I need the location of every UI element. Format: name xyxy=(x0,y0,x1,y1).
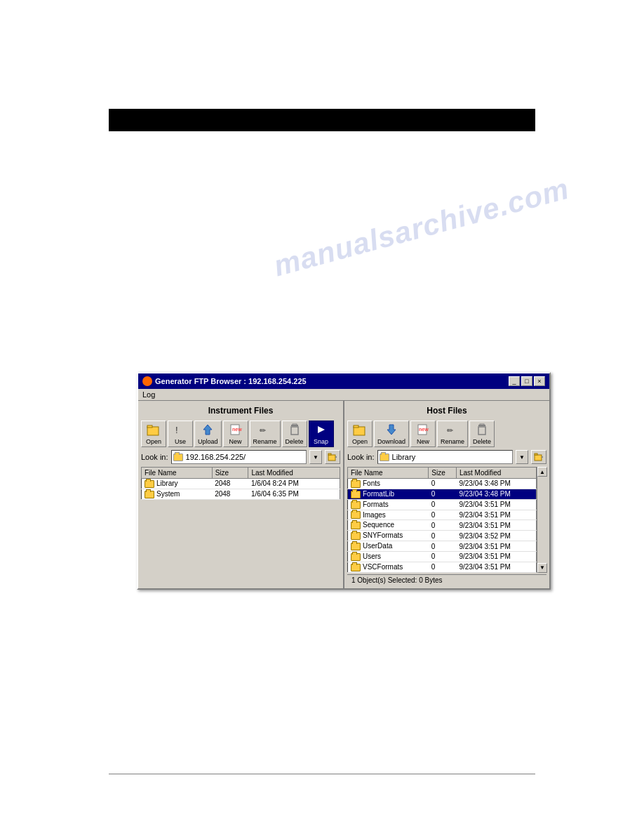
instrument-rename-button[interactable]: ✏ Rename xyxy=(250,421,281,447)
instrument-look-in-select[interactable]: 192.168.254.225/ xyxy=(171,450,307,464)
svg-rect-1 xyxy=(147,425,152,428)
svg-rect-11 xyxy=(328,455,335,461)
maximize-button[interactable]: □ xyxy=(521,376,532,386)
file-name-cell: Users xyxy=(348,552,429,562)
top-bar xyxy=(109,109,535,131)
instrument-open-button[interactable]: Open xyxy=(141,421,166,447)
folder-row-icon xyxy=(351,532,361,540)
table-row[interactable]: Formats09/23/04 3:51 PM xyxy=(348,499,537,510)
instrument-browse-button[interactable] xyxy=(325,450,340,464)
host-col-modified[interactable]: Last Modified xyxy=(456,468,536,479)
folder-row-icon xyxy=(351,553,361,561)
host-open-button[interactable]: Open xyxy=(347,421,373,447)
host-download-button[interactable]: Download xyxy=(374,421,409,447)
host-delete-button[interactable]: Delete xyxy=(469,421,495,447)
svg-marker-10 xyxy=(318,426,325,433)
svg-text:✏: ✏ xyxy=(447,426,454,435)
svg-rect-24 xyxy=(535,454,537,455)
instrument-pane: Instrument Files Open ! xyxy=(138,401,344,588)
table-row[interactable]: Fonts09/23/04 3:48 PM xyxy=(348,479,537,489)
file-size-cell: 0 xyxy=(429,531,457,541)
host-dropdown-button[interactable]: ▼ xyxy=(516,450,528,464)
svg-marker-3 xyxy=(203,425,212,435)
folder-icon xyxy=(173,454,183,461)
file-modified-cell: 1/6/04 6:35 PM xyxy=(248,489,340,499)
file-name-cell: Formats xyxy=(348,499,429,510)
svg-rect-7 xyxy=(291,427,298,435)
main-content: Instrument Files Open ! xyxy=(138,401,549,588)
file-modified-cell: 9/23/04 3:51 PM xyxy=(456,562,536,572)
host-rename-button[interactable]: ✏ Rename xyxy=(437,421,468,447)
scroll-down-button[interactable]: ▼ xyxy=(537,563,547,573)
app-icon xyxy=(142,376,152,386)
folder-row-icon xyxy=(145,491,154,498)
instrument-look-in-value: 192.168.254.225/ xyxy=(186,453,246,461)
menu-bar: Log xyxy=(138,389,549,401)
file-name-cell: VSCFormats xyxy=(348,562,429,572)
svg-rect-20 xyxy=(478,427,485,435)
file-size-cell: 0 xyxy=(429,552,457,562)
instrument-snap-button[interactable]: Snap xyxy=(309,421,334,447)
file-size-cell: 0 xyxy=(429,479,457,489)
upload-icon xyxy=(201,423,215,437)
host-look-in-select[interactable]: Library xyxy=(377,450,513,464)
watermark: manualsarchive.com xyxy=(271,172,573,284)
instrument-look-in-label: Look in: xyxy=(141,453,168,461)
table-row[interactable]: VSCFormats09/23/04 3:51 PM xyxy=(348,562,537,572)
file-size-cell: 0 xyxy=(429,499,457,510)
table-row[interactable]: UserData09/23/04 3:51 PM xyxy=(348,541,537,552)
svg-text:new: new xyxy=(419,427,429,432)
instrument-col-modified[interactable]: Last Modified xyxy=(248,468,340,479)
table-row[interactable]: Sequence09/23/04 3:51 PM xyxy=(348,520,537,531)
instrument-look-in-bar: Look in: 192.168.254.225/ ▼ xyxy=(141,450,340,464)
table-row[interactable]: SNYFormats09/23/04 3:52 PM xyxy=(348,531,537,541)
instrument-new-button[interactable]: new New xyxy=(223,421,248,447)
file-name-cell: FormatLib xyxy=(348,489,429,499)
host-folder-icon xyxy=(380,454,389,461)
host-status-text: 1 Object(s) Selected: 0 Bytes xyxy=(351,576,443,584)
host-delete-icon xyxy=(475,423,489,437)
host-new-button[interactable]: new New xyxy=(410,421,436,447)
file-name-cell: UserData xyxy=(348,541,429,552)
file-name-cell: Library xyxy=(142,479,213,489)
instrument-col-name[interactable]: File Name xyxy=(142,468,213,479)
instrument-col-size[interactable]: Size xyxy=(212,468,248,479)
folder-row-icon xyxy=(351,564,361,571)
table-row[interactable]: System20481/6/04 6:35 PM xyxy=(142,489,340,499)
folder-row-icon xyxy=(351,522,361,529)
table-row[interactable]: Users09/23/04 3:51 PM xyxy=(348,552,537,562)
instrument-use-button[interactable]: ! Use xyxy=(168,421,193,447)
file-size-cell: 2048 xyxy=(212,489,248,499)
host-col-name[interactable]: File Name xyxy=(348,468,429,479)
table-row[interactable]: FormatLib09/23/04 3:48 PM xyxy=(348,489,537,499)
file-modified-cell: 9/23/04 3:52 PM xyxy=(456,531,536,541)
host-browse-button[interactable] xyxy=(531,450,546,464)
folder-row-icon xyxy=(351,491,361,498)
host-file-list: File Name Size Last Modified Fonts09/23/… xyxy=(347,467,546,573)
host-look-in-value: Library xyxy=(392,453,416,461)
file-modified-cell: 9/23/04 3:51 PM xyxy=(456,541,536,552)
table-row[interactable]: Library20481/6/04 8:24 PM xyxy=(142,479,340,489)
instrument-delete-button[interactable]: Delete xyxy=(282,421,307,447)
table-row[interactable]: Images09/23/04 3:51 PM xyxy=(348,510,537,520)
close-button[interactable]: × xyxy=(534,376,545,386)
minimize-button[interactable]: _ xyxy=(509,376,520,386)
instrument-upload-button[interactable]: Upload xyxy=(194,421,222,447)
svg-text:✏: ✏ xyxy=(260,426,267,435)
scroll-up-button[interactable]: ▲ xyxy=(537,467,547,477)
host-col-size[interactable]: Size xyxy=(429,468,457,479)
file-size-cell: 0 xyxy=(429,562,457,572)
file-modified-cell: 9/23/04 3:51 PM xyxy=(456,510,536,520)
host-scrollbar[interactable]: ▲ ▼ xyxy=(537,467,546,573)
folder-row-icon xyxy=(145,480,154,488)
host-pane: Host Files Open xyxy=(344,401,549,588)
bottom-line xyxy=(109,774,535,774)
host-look-in-label: Look in: xyxy=(347,453,375,461)
new-icon: new xyxy=(229,423,243,437)
use-icon: ! xyxy=(173,423,187,437)
svg-rect-13 xyxy=(335,456,337,458)
instrument-dropdown-button[interactable]: ▼ xyxy=(309,450,322,464)
host-delete-label: Delete xyxy=(473,438,491,445)
title-controls: _ □ × xyxy=(509,376,545,386)
menu-log[interactable]: Log xyxy=(142,390,155,399)
